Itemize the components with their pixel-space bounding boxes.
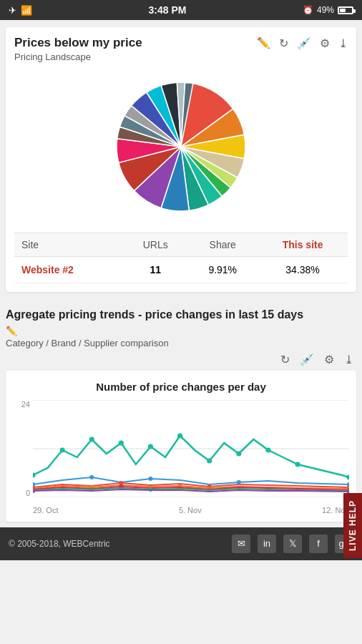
svg-point-13 [346, 474, 349, 479]
download-button[interactable]: ⤓ [338, 36, 348, 50]
chart-area: 24 0 [13, 400, 349, 514]
eyedropper-button2[interactable]: 💉 [300, 353, 314, 366]
card1-subtitle: Pricing Landscape [14, 52, 348, 62]
refresh-button2[interactable]: ↻ [280, 353, 290, 366]
chart-card: Number of price changes per day 24 0 [6, 371, 356, 522]
card1-icons: ✏️ ↻ 💉 ⚙ ⤓ [257, 36, 348, 50]
footer-social-icons: ✉ in 𝕏 f g+ [232, 535, 353, 553]
refresh-button[interactable]: ↻ [279, 36, 288, 50]
status-left: ✈ 📶 [9, 5, 32, 16]
section2-subtitle: Category / Brand / Supplier comparison [6, 338, 356, 348]
status-right: ⏰ 49% [303, 5, 353, 15]
battery-percent: 49% [317, 5, 334, 15]
x-label-nov5: 5. Nov [179, 506, 202, 514]
linkedin-icon[interactable]: in [258, 535, 276, 553]
share-val: 9.91% [187, 257, 258, 283]
svg-point-4 [60, 447, 65, 452]
edit-icon-small[interactable]: ✏️ [6, 326, 356, 336]
url-count: 11 [123, 257, 187, 283]
chart-x-labels: 29. Oct 5. Nov 12. Nov [33, 506, 349, 514]
pie-chart [109, 75, 253, 218]
section2-title: Agregate pricing trends - price changes … [6, 308, 356, 323]
svg-point-12 [295, 462, 300, 467]
col-site: Site [14, 233, 123, 257]
col-thissite: This site [258, 233, 348, 257]
chart-svg-area [33, 400, 349, 497]
col-urls: URLs [123, 233, 187, 257]
y-label-0: 0 [26, 489, 30, 497]
section2: Agregate pricing trends - price changes … [0, 299, 362, 366]
main-content: Prices below my price ✏️ ↻ 💉 ⚙ ⤓ Pricing… [0, 27, 362, 560]
twitter-icon[interactable]: 𝕏 [283, 535, 302, 553]
col-share: Share [187, 233, 258, 257]
svg-point-9 [207, 458, 212, 463]
pie-chart-container [14, 68, 348, 233]
gear-button2[interactable]: ⚙ [324, 353, 334, 366]
svg-point-15 [89, 475, 94, 479]
svg-point-11 [265, 447, 270, 452]
line-chart-svg [33, 400, 349, 497]
copyright-text: © 2005-2018, WEBCentric [9, 539, 110, 549]
email-icon[interactable]: ✉ [232, 535, 250, 553]
svg-point-7 [148, 444, 153, 449]
chart-y-labels: 24 0 [13, 400, 33, 497]
pencil-icon[interactable]: ✏️ [257, 36, 270, 49]
svg-point-8 [177, 433, 182, 438]
prices-card: Prices below my price ✏️ ↻ 💉 ⚙ ⤓ Pricing… [6, 27, 356, 292]
wifi-icon: 📶 [21, 5, 32, 16]
x-label-oct: 29. Oct [33, 506, 58, 514]
eyedropper-button[interactable]: 💉 [297, 36, 311, 50]
download-button2[interactable]: ⤓ [344, 353, 353, 366]
plane-icon: ✈ [9, 5, 16, 16]
card1-header: Prices below my price ✏️ ↻ 💉 ⚙ ⤓ [14, 36, 348, 50]
live-help-button[interactable]: LIVE HELP [343, 493, 362, 558]
chart-title: Number of price changes per day [13, 381, 349, 393]
alarm-icon: ⏰ [303, 5, 313, 15]
gear-button[interactable]: ⚙ [320, 36, 330, 50]
thissite-val: 34.38% [258, 257, 348, 283]
y-label-24: 24 [21, 400, 30, 409]
table-row: Website #2 11 9.91% 34.38% [14, 257, 348, 283]
battery-icon [338, 6, 353, 14]
facebook-icon[interactable]: f [309, 535, 328, 553]
status-bar: ✈ 📶 3:48 PM ⏰ 49% [0, 0, 362, 20]
website-name[interactable]: Website #2 [14, 257, 123, 283]
svg-point-10 [236, 451, 241, 456]
card1-title: Prices below my price [14, 36, 142, 50]
status-time: 3:48 PM [149, 4, 187, 16]
section2-icons: ↻ 💉 ⚙ ⤓ [6, 353, 356, 366]
footer: © 2005-2018, WEBCentric ✉ in 𝕏 f g+ [0, 527, 362, 560]
svg-point-16 [148, 477, 152, 481]
svg-point-6 [119, 440, 124, 445]
prices-table: Site URLs Share This site Website #2 11 … [14, 233, 348, 283]
svg-point-5 [89, 436, 94, 441]
